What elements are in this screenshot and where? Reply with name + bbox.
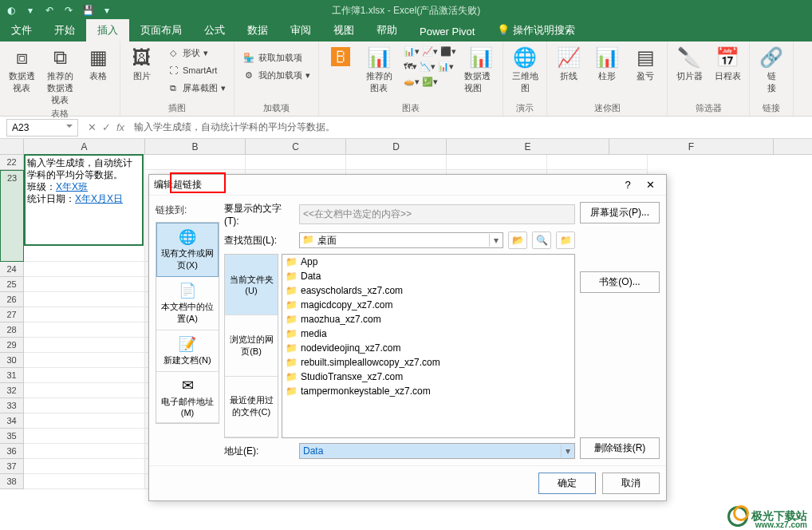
file-item[interactable]: 📁magicdcopy_xz7.com <box>282 298 574 312</box>
sparkline-column-button[interactable]: 📊柱形 <box>590 45 624 82</box>
shapes-button[interactable]: ◇形状 ▾ <box>164 45 229 61</box>
cancel-edit-icon[interactable]: ✕ <box>85 121 99 133</box>
recommended-charts-button[interactable]: 📊推荐的 图表 <box>362 45 396 94</box>
col-header[interactable]: C <box>246 139 346 154</box>
col-header[interactable]: F <box>609 139 774 154</box>
chart-type-2[interactable]: 🗺▾ 📉▾ 📊▾ <box>400 60 459 73</box>
screen-tip-button[interactable]: 屏幕提示(P)... <box>580 202 660 223</box>
smartart-button[interactable]: ⛶SmartArt <box>164 62 229 78</box>
row-header[interactable]: 34 <box>0 413 24 429</box>
row-header[interactable]: 28 <box>0 322 24 338</box>
file-item[interactable]: 📁App <box>282 255 574 269</box>
col-header[interactable]: E <box>447 139 609 154</box>
tab-pivot[interactable]: Power Pivot <box>408 22 486 42</box>
file-item[interactable]: 📁maozhua_xz7.com <box>282 312 574 326</box>
cell[interactable] <box>24 398 145 413</box>
cell[interactable] <box>24 429 145 444</box>
chevron-down-icon[interactable]: ▾ <box>561 445 574 457</box>
screenshot-button[interactable]: ⧉屏幕截图 ▾ <box>164 80 229 96</box>
lookin-combo[interactable] <box>299 232 503 248</box>
tab-view[interactable]: 视图 <box>322 19 365 42</box>
subtab-current-folder[interactable]: 当前文件夹(U) <box>225 255 278 315</box>
cell[interactable] <box>346 155 447 170</box>
tab-file[interactable]: 文件 <box>0 19 43 42</box>
confirm-edit-icon[interactable]: ✓ <box>99 121 113 133</box>
tab-help[interactable]: 帮助 <box>365 19 408 42</box>
save-icon[interactable]: 💾 <box>81 4 94 17</box>
file-item[interactable]: 📁media <box>282 326 574 341</box>
table-button[interactable]: ▦表格 <box>81 45 115 82</box>
cell[interactable] <box>24 338 145 353</box>
row-header[interactable]: 25 <box>0 277 24 292</box>
row-header[interactable]: 26 <box>0 292 24 307</box>
col-header[interactable]: D <box>346 139 447 154</box>
tab-formulas[interactable]: 公式 <box>193 19 236 42</box>
autosave-toggle-icon[interactable]: ◐ <box>5 4 18 17</box>
cell[interactable] <box>24 368 145 383</box>
chevron-down-icon[interactable]: ▾ <box>489 234 502 247</box>
map3d-button[interactable]: 🌐三维地 图 <box>508 45 542 94</box>
link-button[interactable]: 🔗链 接 <box>755 45 788 94</box>
tab-insert[interactable]: 插入 <box>86 19 129 42</box>
subtab-recent-files[interactable]: 最近使用过的文件(C) <box>225 377 278 437</box>
link-type-newdoc[interactable]: 📝新建文档(N) <box>156 330 219 372</box>
quicksave-arrow-icon[interactable]: ▾ <box>24 4 37 17</box>
cell[interactable] <box>447 155 547 170</box>
row-header[interactable]: 29 <box>0 338 24 353</box>
row-header[interactable]: 27 <box>0 307 24 322</box>
row-header[interactable]: 23 <box>0 170 24 262</box>
fx-icon[interactable]: fx <box>113 121 128 133</box>
tab-layout[interactable]: 页面布局 <box>129 19 193 42</box>
quickaccess-more-icon[interactable]: ▾ <box>101 4 113 17</box>
row-header[interactable]: 37 <box>0 459 24 474</box>
file-list[interactable]: 📁App📁Data📁easyscholards_xz7.com📁magicdco… <box>282 254 575 438</box>
pivot-chart-button[interactable]: 📊数据透视图 <box>464 45 498 94</box>
cell[interactable] <box>547 155 648 170</box>
cell[interactable] <box>24 383 145 398</box>
dialog-close-icon[interactable]: ✕ <box>639 179 661 191</box>
browse-file-icon[interactable]: 📁 <box>556 231 575 249</box>
bookmark-button[interactable]: 书签(O)... <box>580 271 660 293</box>
bing-button[interactable]: 🅱 <box>324 45 357 70</box>
file-item[interactable]: 📁rebuilt.simpleallowcopy_xz7.com <box>282 355 574 370</box>
formula-input[interactable] <box>128 119 812 136</box>
row-header[interactable]: 24 <box>0 262 24 277</box>
recommended-pivot-button[interactable]: ⧉推荐的 数据透视表 <box>43 45 77 106</box>
cell-link[interactable]: X年X班 <box>56 181 88 192</box>
ok-button[interactable]: 确定 <box>538 473 596 494</box>
link-type-place[interactable]: 📄本文档中的位置(A) <box>156 277 219 330</box>
dialog-help-icon[interactable]: ? <box>617 179 639 191</box>
sparkline-line-button[interactable]: 📈折线 <box>552 45 585 82</box>
file-item[interactable]: 📁Data <box>282 269 574 283</box>
cell[interactable] <box>24 277 145 292</box>
cancel-button[interactable]: 取消 <box>602 473 660 494</box>
col-header[interactable]: B <box>145 139 246 154</box>
file-item[interactable]: 📁easyscholards_xz7.com <box>282 283 574 298</box>
select-all-corner[interactable] <box>0 139 24 154</box>
row-header[interactable]: 33 <box>0 398 24 413</box>
redo-icon[interactable]: ↷ <box>62 4 75 17</box>
col-header[interactable]: A <box>24 139 145 154</box>
timeline-filter-button[interactable]: 📅日程表 <box>711 45 744 82</box>
cell[interactable] <box>24 322 145 338</box>
row-header[interactable]: 32 <box>0 383 24 398</box>
file-item[interactable]: 📁nodevideojinq_xz7.com <box>282 341 574 355</box>
cell[interactable] <box>24 262 145 277</box>
slicer-button[interactable]: 🔪切片器 <box>672 45 706 82</box>
cell[interactable] <box>24 292 145 307</box>
cell[interactable] <box>24 444 145 459</box>
link-type-email[interactable]: ✉电子邮件地址(M) <box>156 372 219 423</box>
remove-link-button[interactable]: 删除链接(R) <box>580 437 660 459</box>
my-addins-button[interactable]: ⚙我的加载项 ▾ <box>239 67 313 83</box>
active-cell-a23[interactable]: 输入学生成绩，自动统计学科的平均分等数据。 班级：X年X班 统计日期：X年X月X… <box>24 154 144 246</box>
tab-review[interactable]: 审阅 <box>279 19 322 42</box>
name-box[interactable]: A23 <box>6 119 78 136</box>
row-header[interactable]: 38 <box>0 474 24 489</box>
cell[interactable] <box>24 459 145 474</box>
row-header[interactable]: 36 <box>0 444 24 459</box>
up-folder-icon[interactable]: 📂 <box>508 231 527 249</box>
row-header[interactable]: 30 <box>0 353 24 368</box>
browse-web-icon[interactable]: 🔍 <box>532 231 551 249</box>
pivot-table-button[interactable]: ⧈数据透 视表 <box>5 45 38 94</box>
tell-me[interactable]: 💡 操作说明搜索 <box>486 19 586 42</box>
